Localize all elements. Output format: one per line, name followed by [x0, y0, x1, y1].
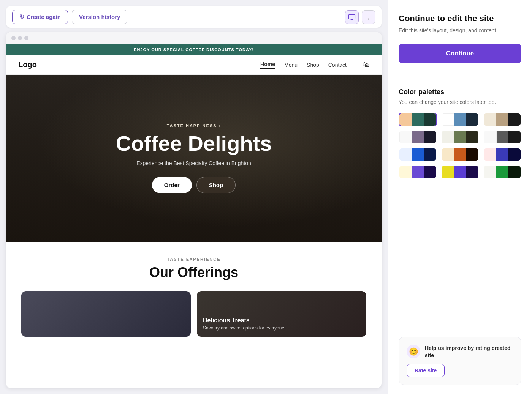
offering-card-name: Delicious Treats: [203, 317, 285, 324]
offering-card-1: [21, 291, 191, 337]
palette-2-color-3: [466, 113, 478, 126]
cart-icon[interactable]: 🛍: [363, 61, 369, 69]
palette-11-color-3: [466, 166, 478, 178]
palette-11-color-2: [454, 166, 466, 178]
rate-site-button[interactable]: Rate site: [407, 364, 445, 377]
rating-text: Help us improve by rating created site: [425, 345, 513, 359]
svg-point-2: [368, 19, 369, 19]
palette-3-color-1: [484, 113, 496, 126]
left-panel: ↻ Create again Version history: [0, 0, 388, 394]
hero-subtitle: TASTE HAPPINESS :: [116, 123, 272, 128]
nav-link-shop[interactable]: Shop: [307, 62, 319, 68]
color-palettes-grid: [399, 113, 521, 179]
palette-9-color-3: [508, 148, 521, 161]
create-again-button[interactable]: ↻ Create again: [12, 10, 68, 24]
palette-8-color-2: [454, 148, 466, 161]
site-logo: Logo: [18, 60, 37, 69]
site-preview: ENJOY OUR SPECIAL COFFEE DISCOUNTS TODAY…: [6, 44, 382, 375]
color-palettes-description: You can change your site colors later to…: [399, 99, 521, 105]
palette-8-color-1: [442, 148, 454, 161]
browser-dot-1: [11, 36, 16, 40]
mobile-icon: [365, 13, 372, 21]
browser-dot-2: [18, 36, 22, 40]
hero-content: TASTE HAPPINESS : Coffee Delights Experi…: [116, 123, 272, 193]
toolbar-left: ↻ Create again Version history: [12, 10, 127, 24]
offerings-grid: Delicious Treats Savoury and sweet optio…: [21, 291, 366, 337]
toolbar-right: [345, 10, 375, 24]
rating-top: 😊 Help us improve by rating created site: [407, 345, 513, 359]
palette-6[interactable]: [483, 130, 521, 144]
browser-chrome: [6, 32, 382, 44]
palette-12-color-3: [508, 166, 521, 178]
palette-4-color-2: [412, 131, 424, 143]
toolbar: ↻ Create again Version history: [6, 6, 382, 28]
refresh-icon: ↻: [19, 13, 24, 20]
palette-7-color-1: [399, 148, 412, 161]
palette-11-color-1: [442, 166, 454, 178]
site-nav: Logo Home Menu Shop Contact 🛍: [6, 55, 382, 75]
palette-10-color-3: [424, 166, 436, 178]
palette-6-color-3: [508, 131, 521, 143]
rating-card: 😊 Help us improve by rating created site…: [399, 337, 521, 385]
color-palettes-title: Color palettes: [399, 88, 521, 96]
palette-5-color-3: [466, 131, 478, 143]
nav-link-home[interactable]: Home: [260, 61, 275, 69]
palette-4-color-3: [424, 131, 436, 143]
offerings-label: TASTE EXPERIENCE: [21, 257, 366, 262]
site-nav-links: Home Menu Shop Contact 🛍: [260, 61, 369, 69]
palette-1[interactable]: [399, 113, 437, 126]
continue-button[interactable]: Continue: [399, 44, 521, 63]
palette-9-color-2: [496, 148, 508, 161]
order-button[interactable]: Order: [152, 177, 192, 193]
offerings-title: Our Offerings: [21, 265, 366, 281]
palette-2-color-1: [442, 113, 454, 126]
browser-mockup: ENJOY OUR SPECIAL COFFEE DISCOUNTS TODAY…: [6, 32, 382, 388]
palette-7[interactable]: [399, 148, 437, 161]
palette-12[interactable]: [483, 165, 521, 179]
hero-description: Experience the Best Specialty Coffee in …: [116, 160, 272, 166]
desktop-icon: [348, 13, 356, 21]
palette-6-color-2: [497, 131, 509, 143]
palette-12-color-1: [484, 166, 496, 178]
palette-1-color-3: [424, 113, 436, 126]
palette-8[interactable]: [441, 148, 479, 161]
version-history-button[interactable]: Version history: [72, 10, 127, 24]
nav-link-contact[interactable]: Contact: [328, 62, 347, 68]
palette-2-color-2: [454, 113, 467, 126]
palette-5-color-1: [442, 131, 454, 143]
hero-section: TASTE HAPPINESS : Coffee Delights Experi…: [6, 75, 382, 242]
browser-dot-3: [24, 36, 28, 40]
palette-4[interactable]: [399, 130, 437, 144]
palette-1-color-1: [399, 113, 412, 126]
offering-card-text: Delicious Treats Savoury and sweet optio…: [203, 317, 285, 331]
palette-10[interactable]: [399, 165, 437, 179]
panel-description: Edit this site's layout, design, and con…: [399, 27, 521, 35]
desktop-device-button[interactable]: [345, 10, 359, 24]
shop-button[interactable]: Shop: [196, 177, 236, 193]
mobile-device-button[interactable]: [362, 10, 375, 24]
palette-3-color-3: [508, 113, 521, 126]
palette-8-color-3: [466, 148, 478, 161]
divider: [399, 77, 521, 77]
rating-icon: 😊: [407, 345, 420, 358]
panel-title: Continue to edit the site: [399, 14, 521, 24]
offering-card-desc: Savoury and sweet options for everyone.: [203, 325, 285, 331]
nav-link-menu[interactable]: Menu: [284, 62, 298, 68]
palette-5[interactable]: [441, 130, 479, 144]
palette-4-color-1: [399, 131, 412, 143]
palette-12-color-2: [496, 166, 508, 178]
palette-3[interactable]: [483, 113, 521, 126]
palette-6-color-1: [484, 131, 497, 143]
offering-card-2: Delicious Treats Savoury and sweet optio…: [197, 291, 366, 337]
hero-title: Coffee Delights: [116, 132, 272, 155]
svg-rect-0: [349, 14, 355, 19]
palette-10-color-1: [399, 166, 412, 178]
palette-10-color-2: [412, 166, 424, 178]
palette-1-color-2: [412, 113, 424, 126]
palette-9[interactable]: [483, 148, 521, 161]
palette-11[interactable]: [441, 165, 479, 179]
palette-3-color-2: [496, 113, 508, 126]
palette-2[interactable]: [441, 113, 479, 126]
right-panel: Continue to edit the site Edit this site…: [388, 0, 532, 394]
site-banner: ENJOY OUR SPECIAL COFFEE DISCOUNTS TODAY…: [6, 44, 382, 55]
